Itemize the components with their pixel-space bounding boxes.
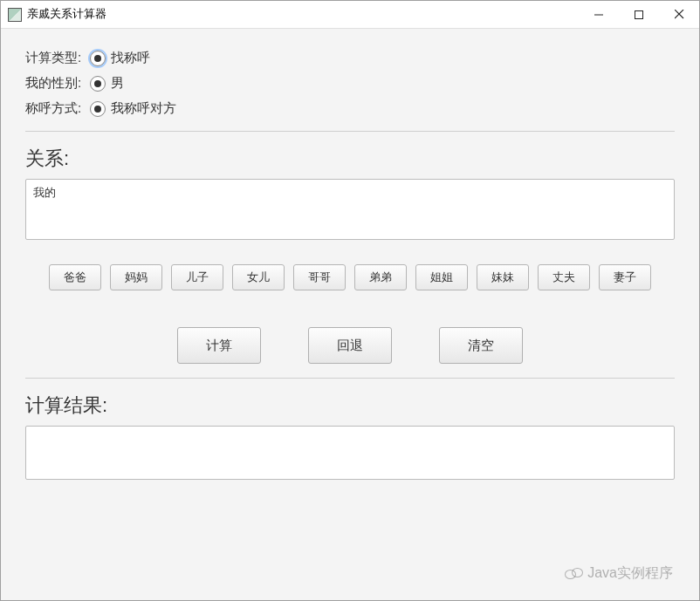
divider [25, 378, 675, 379]
rel-btn-son[interactable]: 儿子 [171, 264, 223, 290]
call-mode-radio[interactable] [90, 101, 106, 117]
call-mode-value: 我称呼对方 [111, 100, 176, 117]
minimize-icon [594, 10, 603, 19]
calc-type-row: 计算类型: 找称呼 [25, 50, 675, 66]
result-output [25, 426, 675, 480]
content-area: 计算类型: 找称呼 我的性别: 男 称呼方式: 我称呼对方 关系: 我的 爸爸 … [1, 29, 699, 600]
rel-btn-wife[interactable]: 妻子 [599, 264, 651, 290]
window-title: 亲戚关系计算器 [27, 7, 579, 22]
gender-value: 男 [111, 75, 124, 92]
rel-btn-younger-sister[interactable]: 妹妹 [477, 264, 529, 290]
rel-btn-older-sister[interactable]: 姐姐 [415, 264, 468, 290]
action-button-row: 计算 回退 清空 [25, 327, 675, 364]
window-controls [579, 1, 699, 28]
svg-rect-1 [635, 10, 643, 18]
rel-btn-husband[interactable]: 丈夫 [538, 264, 590, 290]
app-window: 亲戚关系计算器 计算类型: 找称呼 我的性别: 男 称呼方式: [0, 0, 700, 601]
watermark: Java实例程序 [565, 564, 673, 583]
gender-radio[interactable] [90, 76, 106, 92]
result-heading: 计算结果: [25, 393, 675, 419]
calc-type-radio[interactable] [90, 51, 106, 66]
back-button[interactable]: 回退 [308, 327, 392, 364]
clear-button[interactable]: 清空 [439, 327, 523, 364]
rel-btn-mother[interactable]: 妈妈 [110, 264, 162, 290]
minimize-button[interactable] [579, 1, 619, 28]
wechat-icon [565, 565, 584, 583]
rel-btn-daughter[interactable]: 女儿 [232, 264, 285, 290]
compute-button[interactable]: 计算 [177, 327, 261, 364]
calc-type-label: 计算类型: [25, 50, 81, 66]
rel-btn-father[interactable]: 爸爸 [49, 264, 101, 290]
relation-heading: 关系: [25, 146, 675, 172]
calc-type-value: 找称呼 [111, 50, 150, 66]
rel-btn-younger-brother[interactable]: 弟弟 [354, 264, 407, 290]
divider [25, 131, 675, 132]
titlebar: 亲戚关系计算器 [1, 1, 699, 29]
close-button[interactable] [659, 1, 699, 28]
call-mode-row: 称呼方式: 我称呼对方 [25, 100, 675, 117]
relation-button-row: 爸爸 妈妈 儿子 女儿 哥哥 弟弟 姐姐 妹妹 丈夫 妻子 [25, 264, 675, 290]
gender-label: 我的性别: [25, 75, 81, 92]
watermark-text: Java实例程序 [587, 564, 673, 583]
maximize-button[interactable] [619, 1, 659, 28]
relation-input[interactable]: 我的 [25, 179, 675, 240]
app-icon [8, 8, 22, 22]
maximize-icon [635, 10, 643, 19]
rel-btn-older-brother[interactable]: 哥哥 [293, 264, 346, 290]
call-mode-label: 称呼方式: [25, 100, 81, 117]
gender-row: 我的性别: 男 [25, 75, 675, 92]
close-icon [675, 10, 684, 19]
